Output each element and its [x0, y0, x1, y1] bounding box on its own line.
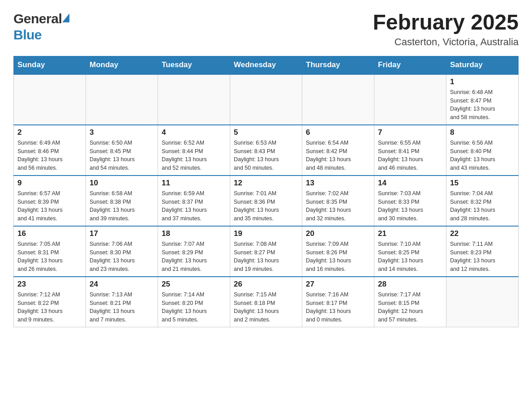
- calendar-cell: 20Sunrise: 7:09 AM Sunset: 8:26 PM Dayli…: [302, 226, 374, 277]
- day-number: 25: [162, 280, 226, 289]
- calendar-cell: [14, 74, 86, 125]
- weekday-header-wednesday: Wednesday: [230, 56, 302, 74]
- day-info: Sunrise: 6:53 AM Sunset: 8:43 PM Dayligh…: [234, 139, 298, 172]
- calendar-cell: 22Sunrise: 7:11 AM Sunset: 8:23 PM Dayli…: [446, 226, 519, 277]
- calendar-cell: 2Sunrise: 6:49 AM Sunset: 8:46 PM Daylig…: [14, 125, 86, 176]
- weekday-header-monday: Monday: [86, 56, 158, 74]
- title-block: February 2025 Casterton, Victoria, Austr…: [373, 11, 519, 48]
- calendar-cell: 24Sunrise: 7:13 AM Sunset: 8:21 PM Dayli…: [86, 277, 158, 327]
- day-number: 3: [90, 128, 154, 137]
- day-info: Sunrise: 7:15 AM Sunset: 8:18 PM Dayligh…: [234, 291, 298, 324]
- calendar-cell: 13Sunrise: 7:02 AM Sunset: 8:35 PM Dayli…: [302, 176, 374, 226]
- calendar-cell: 28Sunrise: 7:17 AM Sunset: 8:15 PM Dayli…: [374, 277, 446, 327]
- day-info: Sunrise: 7:05 AM Sunset: 8:31 PM Dayligh…: [17, 240, 82, 274]
- logo-blue-text: Blue: [13, 27, 42, 42]
- day-number: 4: [162, 128, 226, 137]
- calendar-header: SundayMondayTuesdayWednesdayThursdayFrid…: [14, 56, 519, 74]
- day-number: 12: [234, 179, 298, 188]
- day-info: Sunrise: 6:56 AM Sunset: 8:40 PM Dayligh…: [450, 139, 515, 172]
- day-number: 27: [306, 280, 370, 289]
- calendar-cell: 10Sunrise: 6:58 AM Sunset: 8:38 PM Dayli…: [86, 176, 158, 226]
- day-info: Sunrise: 7:16 AM Sunset: 8:17 PM Dayligh…: [306, 291, 370, 324]
- day-number: 20: [306, 229, 370, 238]
- day-info: Sunrise: 7:03 AM Sunset: 8:33 PM Dayligh…: [378, 189, 442, 223]
- calendar-cell: 3Sunrise: 6:50 AM Sunset: 8:45 PM Daylig…: [86, 125, 158, 176]
- day-number: 9: [17, 179, 82, 188]
- day-number: 14: [378, 179, 442, 188]
- day-info: Sunrise: 6:49 AM Sunset: 8:46 PM Dayligh…: [17, 139, 82, 172]
- calendar-cell: [230, 74, 302, 125]
- day-info: Sunrise: 6:52 AM Sunset: 8:44 PM Dayligh…: [162, 139, 226, 172]
- calendar-cell: 27Sunrise: 7:16 AM Sunset: 8:17 PM Dayli…: [302, 277, 374, 327]
- day-number: 2: [17, 128, 82, 137]
- calendar-cell: 8Sunrise: 6:56 AM Sunset: 8:40 PM Daylig…: [446, 125, 519, 176]
- weekday-header-row: SundayMondayTuesdayWednesdayThursdayFrid…: [14, 56, 519, 74]
- day-info: Sunrise: 7:04 AM Sunset: 8:32 PM Dayligh…: [450, 189, 515, 223]
- day-number: 11: [162, 179, 226, 188]
- calendar-cell: 9Sunrise: 6:57 AM Sunset: 8:39 PM Daylig…: [14, 176, 86, 226]
- day-info: Sunrise: 7:09 AM Sunset: 8:26 PM Dayligh…: [306, 240, 370, 274]
- day-number: 7: [378, 128, 442, 137]
- calendar-cell: 16Sunrise: 7:05 AM Sunset: 8:31 PM Dayli…: [14, 226, 86, 277]
- calendar-week-4: 16Sunrise: 7:05 AM Sunset: 8:31 PM Dayli…: [14, 226, 519, 277]
- calendar-cell: 18Sunrise: 7:07 AM Sunset: 8:29 PM Dayli…: [158, 226, 230, 277]
- day-info: Sunrise: 7:06 AM Sunset: 8:30 PM Dayligh…: [90, 240, 154, 274]
- logo: General Blue: [13, 11, 69, 43]
- day-info: Sunrise: 6:50 AM Sunset: 8:45 PM Dayligh…: [90, 139, 154, 172]
- day-number: 18: [162, 229, 226, 238]
- day-info: Sunrise: 7:11 AM Sunset: 8:23 PM Dayligh…: [450, 240, 515, 274]
- calendar-cell: 4Sunrise: 6:52 AM Sunset: 8:44 PM Daylig…: [158, 125, 230, 176]
- day-info: Sunrise: 7:01 AM Sunset: 8:36 PM Dayligh…: [234, 189, 298, 223]
- day-info: Sunrise: 7:12 AM Sunset: 8:22 PM Dayligh…: [17, 291, 82, 324]
- calendar-cell: 23Sunrise: 7:12 AM Sunset: 8:22 PM Dayli…: [14, 277, 86, 327]
- day-info: Sunrise: 6:57 AM Sunset: 8:39 PM Dayligh…: [17, 189, 82, 223]
- weekday-header-tuesday: Tuesday: [158, 56, 230, 74]
- day-info: Sunrise: 7:14 AM Sunset: 8:20 PM Dayligh…: [162, 291, 226, 324]
- day-info: Sunrise: 7:02 AM Sunset: 8:35 PM Dayligh…: [306, 189, 370, 223]
- page-header: General Blue February 2025 Casterton, Vi…: [13, 11, 519, 48]
- calendar-cell: 6Sunrise: 6:54 AM Sunset: 8:42 PM Daylig…: [302, 125, 374, 176]
- day-number: 5: [234, 128, 298, 137]
- calendar-cell: [374, 74, 446, 125]
- day-info: Sunrise: 7:07 AM Sunset: 8:29 PM Dayligh…: [162, 240, 226, 274]
- calendar-cell: 26Sunrise: 7:15 AM Sunset: 8:18 PM Dayli…: [230, 277, 302, 327]
- day-number: 15: [450, 179, 515, 188]
- day-number: 28: [378, 280, 442, 289]
- calendar-cell: [158, 74, 230, 125]
- day-info: Sunrise: 6:59 AM Sunset: 8:37 PM Dayligh…: [162, 189, 226, 223]
- calendar-cell: [86, 74, 158, 125]
- calendar-cell: [446, 277, 519, 327]
- day-number: 19: [234, 229, 298, 238]
- day-info: Sunrise: 7:13 AM Sunset: 8:21 PM Dayligh…: [90, 291, 154, 324]
- month-title: February 2025: [373, 11, 519, 34]
- day-number: 1: [450, 77, 515, 86]
- day-number: 22: [450, 229, 515, 238]
- day-number: 23: [17, 280, 82, 289]
- day-info: Sunrise: 7:17 AM Sunset: 8:15 PM Dayligh…: [378, 291, 442, 324]
- day-info: Sunrise: 7:08 AM Sunset: 8:27 PM Dayligh…: [234, 240, 298, 274]
- day-number: 8: [450, 128, 515, 137]
- calendar-cell: 14Sunrise: 7:03 AM Sunset: 8:33 PM Dayli…: [374, 176, 446, 226]
- calendar-cell: 5Sunrise: 6:53 AM Sunset: 8:43 PM Daylig…: [230, 125, 302, 176]
- calendar-cell: 17Sunrise: 7:06 AM Sunset: 8:30 PM Dayli…: [86, 226, 158, 277]
- location-subtitle: Casterton, Victoria, Australia: [373, 36, 519, 48]
- calendar-week-3: 9Sunrise: 6:57 AM Sunset: 8:39 PM Daylig…: [14, 176, 519, 226]
- calendar-cell: [302, 74, 374, 125]
- day-info: Sunrise: 6:55 AM Sunset: 8:41 PM Dayligh…: [378, 139, 442, 172]
- calendar-cell: 12Sunrise: 7:01 AM Sunset: 8:36 PM Dayli…: [230, 176, 302, 226]
- day-number: 6: [306, 128, 370, 137]
- calendar-week-5: 23Sunrise: 7:12 AM Sunset: 8:22 PM Dayli…: [14, 277, 519, 327]
- day-info: Sunrise: 6:58 AM Sunset: 8:38 PM Dayligh…: [90, 189, 154, 223]
- day-number: 10: [90, 179, 154, 188]
- calendar-week-2: 2Sunrise: 6:49 AM Sunset: 8:46 PM Daylig…: [14, 125, 519, 176]
- calendar-body: 1Sunrise: 6:48 AM Sunset: 8:47 PM Daylig…: [14, 74, 519, 327]
- calendar-cell: 7Sunrise: 6:55 AM Sunset: 8:41 PM Daylig…: [374, 125, 446, 176]
- day-info: Sunrise: 6:54 AM Sunset: 8:42 PM Dayligh…: [306, 139, 370, 172]
- weekday-header-friday: Friday: [374, 56, 446, 74]
- calendar-cell: 19Sunrise: 7:08 AM Sunset: 8:27 PM Dayli…: [230, 226, 302, 277]
- day-info: Sunrise: 7:10 AM Sunset: 8:25 PM Dayligh…: [378, 240, 442, 274]
- weekday-header-thursday: Thursday: [302, 56, 374, 74]
- calendar-table: SundayMondayTuesdayWednesdayThursdayFrid…: [13, 56, 519, 327]
- day-number: 13: [306, 179, 370, 188]
- day-number: 17: [90, 229, 154, 238]
